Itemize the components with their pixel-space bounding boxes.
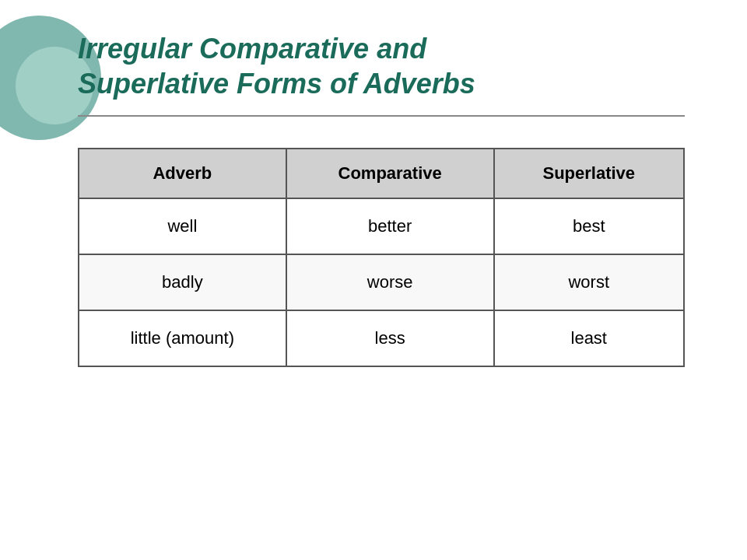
superlative-worst: worst [494, 254, 684, 310]
adverb-little: little (amount) [79, 310, 286, 366]
table-container: Adverb Comparative Superlative well bett… [78, 148, 685, 367]
adverb-well: well [79, 198, 286, 254]
main-content: Irregular Comparative and Superlative Fo… [0, 0, 747, 560]
header-comparative: Comparative [286, 149, 494, 198]
superlative-least: least [494, 310, 684, 366]
table-row: well better best [79, 198, 684, 254]
adverb-badly: badly [79, 254, 286, 310]
table-header-row: Adverb Comparative Superlative [79, 149, 684, 198]
superlative-best: best [494, 198, 684, 254]
comparative-worse: worse [286, 254, 494, 310]
header-superlative: Superlative [494, 149, 684, 198]
divider [78, 115, 685, 117]
comparative-better: better [286, 198, 494, 254]
comparative-less: less [286, 310, 494, 366]
adverbs-table: Adverb Comparative Superlative well bett… [78, 148, 685, 367]
header-adverb: Adverb [79, 149, 286, 198]
table-row: badly worse worst [79, 254, 684, 310]
table-row: little (amount) less least [79, 310, 684, 366]
page-title: Irregular Comparative and Superlative Fo… [78, 31, 685, 101]
